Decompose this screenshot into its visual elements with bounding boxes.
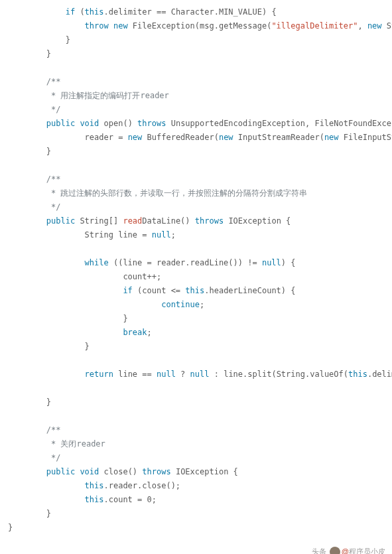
code-block: if (this.delimiter == Character.MIN_VALU… xyxy=(0,0,392,540)
avatar-icon xyxy=(330,547,340,554)
at-symbol: @ xyxy=(342,547,349,554)
keyword-throws: throws xyxy=(137,119,166,128)
comment-line: /** xyxy=(8,77,60,86)
brace: } xyxy=(8,49,51,58)
keyword-continue: continue xyxy=(161,300,200,309)
function-name: read xyxy=(123,216,142,226)
footer-author: 程序员小皮 xyxy=(349,547,385,554)
comment-line: * 跳过注解的头部行数，并读取一行，并按照注解的分隔符分割成字符串 xyxy=(8,188,307,198)
comment-line: * 关闭reader xyxy=(8,439,105,449)
comment-line: */ xyxy=(8,202,60,212)
keyword-null: null xyxy=(190,370,210,379)
brace: } xyxy=(8,147,51,156)
brace: } xyxy=(8,35,70,44)
string-literal: "illegalDelimiter" xyxy=(271,21,358,31)
keyword-void: void xyxy=(80,119,99,128)
keyword-new: new xyxy=(113,21,128,31)
code-line: count++; xyxy=(8,272,161,281)
comment-line: */ xyxy=(8,105,60,114)
keyword-new: new xyxy=(219,133,233,142)
keyword-null: null xyxy=(262,258,281,267)
keyword-new: new xyxy=(324,133,339,142)
keyword-null: null xyxy=(157,370,176,379)
keyword-throws: throws xyxy=(195,216,224,226)
comment-line: */ xyxy=(8,453,60,462)
keyword-while: while xyxy=(85,258,109,267)
footer-brand: 头条 xyxy=(312,547,326,554)
keyword-throws: throws xyxy=(142,467,170,476)
brace: } xyxy=(8,314,128,323)
brace: } xyxy=(8,397,51,407)
comment-line: * 用注解指定的编码打开reader xyxy=(8,91,169,100)
brace: } xyxy=(8,509,51,518)
keyword-return: return xyxy=(85,370,113,379)
keyword-break: break xyxy=(123,328,147,337)
keyword-if: if xyxy=(123,286,132,295)
keyword-public: public xyxy=(46,467,75,476)
comment-line: /** xyxy=(8,174,60,184)
watermark-footer: 头条 @程序员小皮 xyxy=(0,544,392,554)
comment-line: /** xyxy=(8,425,60,435)
keyword-void: void xyxy=(80,467,99,476)
keyword-throw: throw xyxy=(85,21,109,31)
keyword-public: public xyxy=(46,216,75,226)
keyword-null: null xyxy=(152,230,171,240)
brace: } xyxy=(8,523,13,532)
brace: } xyxy=(8,342,90,351)
keyword-public: public xyxy=(46,119,75,128)
keyword-new: new xyxy=(367,21,382,31)
keyword-if: if xyxy=(66,7,75,17)
keyword-new: new xyxy=(128,133,143,142)
